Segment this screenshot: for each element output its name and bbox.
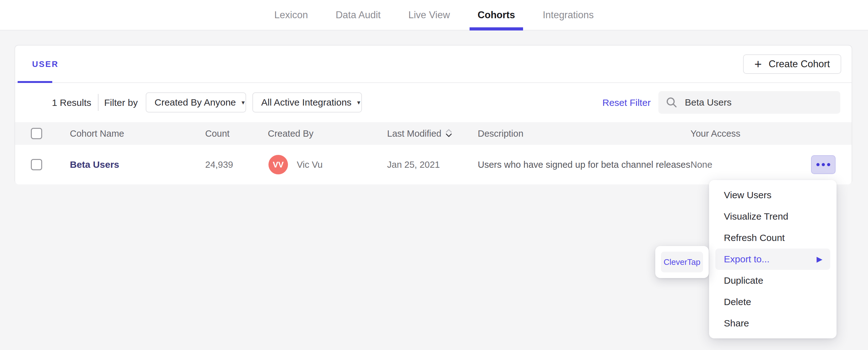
menu-item-delete[interactable]: Delete — [709, 291, 837, 313]
select-all-checkbox[interactable] — [31, 128, 42, 139]
header-description: Description — [478, 129, 523, 139]
more-options-dot-icon — [827, 163, 830, 166]
avatar: VV — [269, 155, 288, 174]
last-modified-date: Jan 25, 2021 — [387, 160, 440, 170]
integrations-filter-value: All Active Integrations — [261, 97, 351, 108]
header-your-access: Your Access — [690, 129, 741, 139]
export-submenu: CleverTap — [655, 246, 709, 278]
header-created-by[interactable]: Created By — [268, 129, 313, 139]
row-checkbox[interactable] — [31, 159, 42, 170]
search-box[interactable] — [658, 91, 840, 114]
menu-item-refresh-count[interactable]: Refresh Count — [709, 227, 837, 248]
menu-item-visualize-trend[interactable]: Visualize Trend — [709, 206, 837, 227]
plus-icon: + — [754, 58, 762, 70]
nav-tab-lexicon[interactable]: Lexicon — [274, 0, 308, 30]
create-cohort-button[interactable]: + Create Cohort — [743, 55, 841, 74]
nav-tab-data-audit[interactable]: Data Audit — [336, 0, 380, 30]
toolbar-divider — [98, 94, 98, 111]
integrations-filter-dropdown[interactable]: All Active Integrations ▾ — [252, 92, 362, 112]
caret-down-icon: ▾ — [242, 99, 245, 106]
cohort-name-link[interactable]: Beta Users — [70, 159, 119, 170]
created-by-name: Vic Vu — [297, 160, 322, 170]
filter-toolbar: 1 Results Filter by Created By Anyone ▾ … — [15, 83, 851, 122]
menu-item-export-label: Export to... — [724, 254, 770, 265]
search-input[interactable] — [685, 97, 833, 108]
nav-tab-live-view[interactable]: Live View — [408, 0, 450, 30]
header-cohort-name[interactable]: Cohort Name — [70, 129, 124, 139]
cohort-type-tabbar: USER + Create Cohort — [15, 45, 851, 83]
header-last-modified[interactable]: Last Modified — [387, 129, 452, 139]
more-options-dot-icon — [816, 163, 819, 166]
created-by-filter-dropdown[interactable]: Created By Anyone ▾ — [146, 92, 246, 112]
cohort-description: Users who have signed up for beta channe… — [478, 159, 666, 171]
header-last-modified-label: Last Modified — [387, 129, 441, 139]
table-header: Cohort Name Count Created By Last Modifi… — [15, 122, 851, 145]
results-count: 1 Results — [52, 97, 91, 108]
nav-tab-cohorts[interactable]: Cohorts — [478, 0, 515, 30]
menu-item-share[interactable]: Share — [709, 313, 837, 334]
submenu-arrow-icon: ▶ — [817, 255, 823, 264]
table-row[interactable]: Beta Users 24,939 VV Vic Vu Jan 25, 2021… — [15, 145, 851, 184]
create-cohort-label: Create Cohort — [769, 59, 830, 70]
menu-item-export-to[interactable]: Export to... ▶ — [715, 248, 830, 270]
your-access-value: None — [690, 160, 712, 170]
tab-user[interactable]: USER — [32, 59, 59, 69]
more-options-dot-icon — [822, 163, 825, 166]
created-by-filter-value: Created By Anyone — [155, 97, 236, 108]
caret-down-icon: ▾ — [357, 99, 360, 106]
search-icon — [666, 97, 677, 108]
submenu-item-clevertap[interactable]: CleverTap — [661, 252, 703, 272]
cohorts-panel: USER + Create Cohort 1 Results Filter by… — [14, 45, 852, 184]
menu-item-view-users[interactable]: View Users — [709, 184, 837, 206]
reset-filter-link[interactable]: Reset Filter — [602, 97, 651, 108]
header-count[interactable]: Count — [205, 129, 229, 139]
filter-by-label: Filter by — [104, 97, 138, 108]
more-options-button[interactable] — [811, 155, 836, 174]
top-navbar: Lexicon Data Audit Live View Cohorts Int… — [0, 0, 868, 31]
nav-tab-integrations[interactable]: Integrations — [542, 0, 594, 30]
row-actions-menu: View Users Visualize Trend Refresh Count… — [709, 180, 837, 338]
cohort-count: 24,939 — [205, 160, 233, 170]
sort-icon[interactable] — [445, 129, 452, 138]
menu-item-duplicate[interactable]: Duplicate — [709, 270, 837, 291]
